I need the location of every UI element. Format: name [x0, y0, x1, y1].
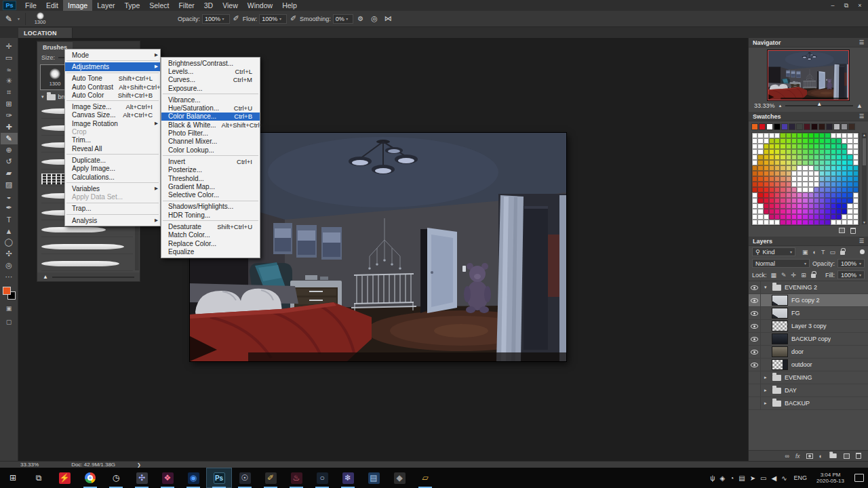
- swatch[interactable]: [847, 176, 852, 182]
- swatch[interactable]: [791, 214, 797, 220]
- swatch[interactable]: [853, 144, 859, 149]
- swatch[interactable]: [802, 192, 808, 198]
- swatch[interactable]: [780, 203, 785, 209]
- swatch[interactable]: [847, 187, 852, 192]
- swatch[interactable]: [836, 149, 842, 155]
- visibility-toggle[interactable]: [749, 397, 761, 409]
- swatch[interactable]: [802, 165, 808, 171]
- adjustment-layer-icon[interactable]: ◐: [819, 453, 823, 460]
- swatch[interactable]: [819, 149, 825, 155]
- swatch[interactable]: [797, 155, 802, 160]
- swatch[interactable]: [752, 149, 757, 155]
- swatch[interactable]: [819, 160, 825, 165]
- pressure-opacity-icon[interactable]: ✐: [233, 14, 239, 23]
- swatch[interactable]: [802, 209, 808, 214]
- swatch[interactable]: [757, 160, 763, 165]
- swatch[interactable]: [797, 220, 802, 225]
- shape-tool[interactable]: ◯: [1, 237, 18, 248]
- swatch[interactable]: [789, 123, 795, 130]
- swatch[interactable]: [797, 182, 802, 187]
- swatch[interactable]: [752, 165, 757, 171]
- swatch[interactable]: [757, 203, 763, 209]
- crop-tool[interactable]: ⌗: [1, 87, 18, 98]
- menu-item[interactable]: Match Color...: [161, 231, 260, 239]
- swatch[interactable]: [811, 123, 818, 130]
- swatch[interactable]: [853, 214, 859, 220]
- swatch[interactable]: [769, 187, 774, 192]
- hand-tool[interactable]: ✣: [1, 248, 18, 260]
- swatch[interactable]: [808, 138, 814, 144]
- swatch[interactable]: [786, 192, 791, 198]
- swatch[interactable]: [752, 138, 757, 144]
- link-layers-icon[interactable]: ∞: [785, 453, 789, 460]
- swatch[interactable]: [847, 171, 852, 176]
- swatch[interactable]: [836, 138, 842, 144]
- chevron-down-icon[interactable]: ▾: [18, 16, 20, 21]
- swatch[interactable]: [825, 155, 830, 160]
- menu-item[interactable]: Color Lookup...: [161, 146, 260, 154]
- fill-select[interactable]: 100% ▾: [837, 270, 865, 279]
- swatch[interactable]: [769, 176, 774, 182]
- swatch[interactable]: [780, 220, 785, 225]
- swatch[interactable]: [847, 214, 852, 220]
- filter-kind-select[interactable]: ⚲ Kind ▾: [752, 247, 795, 256]
- swatch[interactable]: [797, 214, 802, 220]
- swatch[interactable]: [764, 160, 769, 165]
- notification-center-icon[interactable]: [854, 474, 864, 482]
- swatch[interactable]: [802, 176, 808, 182]
- swatch[interactable]: [797, 165, 802, 171]
- chevron-down-icon[interactable]: ▾: [41, 94, 44, 100]
- group-caret-icon[interactable]: ▾: [764, 285, 769, 290]
- swatch[interactable]: [804, 123, 810, 130]
- swatch[interactable]: [764, 144, 769, 149]
- swatch[interactable]: [814, 133, 819, 138]
- swatch[interactable]: [774, 187, 780, 192]
- swatch[interactable]: [797, 144, 802, 149]
- menubar-item[interactable]: Type: [119, 0, 144, 11]
- healing-brush-tool[interactable]: ✚: [1, 121, 18, 133]
- swatch[interactable]: [853, 209, 859, 214]
- swatch[interactable]: [791, 133, 797, 138]
- menu-item[interactable]: Canvas Size... Alt+Ctrl+C: [65, 111, 160, 119]
- swatch[interactable]: [819, 220, 825, 225]
- swatch[interactable]: [847, 220, 852, 225]
- swatch[interactable]: [831, 144, 836, 149]
- swatch[interactable]: [808, 165, 814, 171]
- game-app[interactable]: ❖: [155, 468, 180, 488]
- snow-app[interactable]: ❄: [335, 468, 361, 488]
- swatch[interactable]: [786, 133, 791, 138]
- swatch[interactable]: [757, 176, 763, 182]
- swatch[interactable]: [836, 165, 842, 171]
- swatch[interactable]: [814, 220, 819, 225]
- swatch[interactable]: [825, 176, 830, 182]
- swatch[interactable]: [853, 165, 859, 171]
- menu-item[interactable]: Image Size... Alt+Ctrl+I: [65, 102, 160, 110]
- new-swatch-icon[interactable]: [839, 228, 845, 233]
- swatch[interactable]: [757, 144, 763, 149]
- swatch[interactable]: [842, 138, 847, 144]
- lock-artboard-icon[interactable]: ⊞: [801, 272, 806, 279]
- trash-icon[interactable]: [850, 228, 856, 234]
- chrome[interactable]: [77, 468, 103, 488]
- layer-thumbnail[interactable]: [772, 295, 788, 306]
- swatch[interactable]: [786, 209, 791, 214]
- swatch[interactable]: [831, 133, 836, 138]
- swatch[interactable]: [791, 209, 797, 214]
- lock-position-icon[interactable]: ✛: [791, 272, 797, 279]
- swatch[interactable]: [841, 123, 848, 130]
- swatch[interactable]: [791, 176, 797, 182]
- display-icon[interactable]: ▭: [760, 474, 766, 482]
- swatch[interactable]: [808, 209, 814, 214]
- swatch[interactable]: [769, 220, 774, 225]
- brush-preset[interactable]: [41, 256, 133, 271]
- swatch[interactable]: [847, 209, 852, 214]
- swatch[interactable]: [780, 144, 785, 149]
- swatch[interactable]: [819, 198, 825, 203]
- color-swatch-widget[interactable]: [3, 287, 16, 300]
- menu-item[interactable]: Calculations...: [65, 173, 160, 181]
- swatch[interactable]: [802, 187, 808, 192]
- swatch[interactable]: [774, 144, 780, 149]
- swatch[interactable]: [814, 138, 819, 144]
- layer-thumbnail[interactable]: [772, 359, 788, 370]
- swatch[interactable]: [780, 133, 785, 138]
